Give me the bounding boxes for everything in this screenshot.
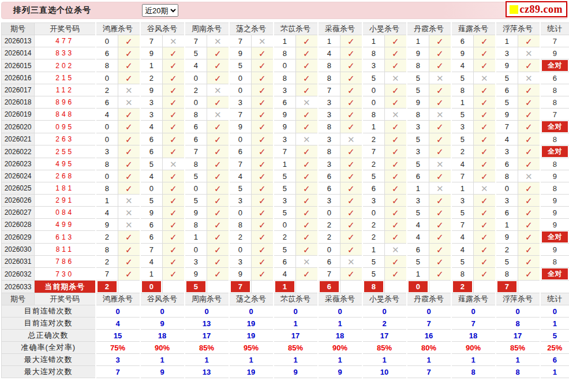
table-row: 20260134770✓7✕7✕7✕1✓1✓1✓1✓6✓1✓7 bbox=[2, 35, 569, 47]
kill-number-cell: 9 bbox=[140, 207, 163, 219]
kill-number-cell: 0 bbox=[229, 133, 252, 145]
summary-label: 总正确次数 bbox=[2, 330, 96, 342]
column-header: 采薇杀号 bbox=[318, 23, 362, 35]
column-header: 鸿雁杀号 bbox=[96, 23, 140, 35]
check-icon: ✓ bbox=[518, 35, 540, 47]
kill-number-cell: 3 bbox=[496, 145, 518, 158]
cross-icon: ✕ bbox=[252, 35, 274, 47]
period-cell: 2026027 bbox=[2, 207, 35, 219]
kill-number-cell: 7 bbox=[185, 145, 207, 158]
check-icon: ✓ bbox=[474, 121, 496, 133]
summary-value: 10 bbox=[362, 366, 407, 378]
check-icon: ✓ bbox=[207, 133, 229, 145]
summary-value: 1 bbox=[274, 354, 318, 366]
check-icon: ✓ bbox=[252, 72, 274, 84]
kill-number-cell: 0 bbox=[229, 84, 252, 96]
winning-number: 499 bbox=[35, 219, 96, 231]
check-icon: ✓ bbox=[163, 182, 185, 195]
check-icon: ✓ bbox=[385, 84, 407, 96]
stat-cell: 8 bbox=[540, 84, 569, 96]
check-icon: ✓ bbox=[296, 207, 318, 219]
check-icon: ✓ bbox=[340, 170, 362, 182]
check-icon: ✓ bbox=[474, 268, 496, 281]
kill-number-cell: 8 bbox=[496, 268, 518, 281]
summary-value: 0 bbox=[362, 305, 407, 318]
kill-number-cell: 0 bbox=[229, 244, 252, 256]
check-icon: ✓ bbox=[207, 182, 229, 195]
check-icon: ✓ bbox=[118, 182, 140, 195]
all-correct-badge: 全对 bbox=[542, 232, 568, 242]
kill-number-cell: 6 bbox=[140, 231, 163, 244]
kill-number-cell: 5 bbox=[140, 195, 163, 207]
table-row: 20260188966✕3✓0✓3✓6✕3✓0✓9✓1✓5✓8 bbox=[2, 96, 569, 109]
kill-number-cell: 5 bbox=[407, 207, 429, 219]
kill-number-cell: 5 bbox=[229, 182, 252, 195]
period-cell: 2026022 bbox=[2, 145, 35, 158]
check-icon: ✓ bbox=[207, 170, 229, 182]
table-row: 20260327307✓1✓9✓9✓4✓7✓5✓1✓8✓8✓全对 bbox=[2, 268, 569, 281]
current-kill-cell: 1 bbox=[274, 281, 296, 293]
empty-cell bbox=[340, 281, 362, 293]
kill-number-cell: 3 bbox=[362, 195, 385, 207]
stat-cell: 6 bbox=[540, 72, 569, 84]
check-icon: ✓ bbox=[207, 219, 229, 231]
column-header: 谷风杀号 bbox=[140, 293, 185, 305]
kill-number-cell: 8 bbox=[318, 145, 340, 158]
kill-number-cell: 5 bbox=[407, 72, 429, 84]
summary-value: 19 bbox=[229, 330, 274, 342]
column-header: 浮萍杀号 bbox=[496, 293, 540, 305]
kill-number-cell: 6 bbox=[318, 170, 340, 182]
summary-value: 6 bbox=[540, 354, 569, 366]
check-icon: ✓ bbox=[163, 59, 185, 72]
check-icon: ✓ bbox=[163, 219, 185, 231]
kill-number-cell: 4 bbox=[96, 109, 118, 121]
summary-value: 85% bbox=[496, 342, 540, 354]
check-icon: ✓ bbox=[163, 47, 185, 59]
summary-value: 1 bbox=[318, 354, 362, 366]
kill-number-cell: 8 bbox=[274, 72, 296, 84]
kill-number-cell: 8 bbox=[407, 109, 429, 121]
kill-number-cell: 7 bbox=[229, 35, 252, 47]
kill-number-cell: 5 bbox=[407, 133, 429, 145]
cross-icon: ✕ bbox=[296, 133, 318, 145]
kill-number-cell: 2 bbox=[451, 145, 474, 158]
period-cell: 2026024 bbox=[2, 170, 35, 182]
check-icon: ✓ bbox=[474, 145, 496, 158]
period-cell: 2026021 bbox=[2, 133, 35, 145]
kill-number-cell: 7 bbox=[451, 170, 474, 182]
column-header: 浮萍杀号 bbox=[496, 23, 540, 35]
period-range-select[interactable]: 近20期 bbox=[142, 4, 178, 17]
summary-value: 1 bbox=[496, 354, 540, 366]
summary-value: 90% bbox=[140, 342, 185, 354]
check-icon: ✓ bbox=[429, 121, 451, 133]
summary-value: 25% bbox=[540, 342, 569, 354]
kill-number-cell: 3 bbox=[496, 195, 518, 207]
check-icon: ✓ bbox=[518, 121, 540, 133]
summary-value: 9 bbox=[318, 366, 362, 378]
column-header: 开奖号码 bbox=[35, 23, 96, 35]
kill-number-cell: 6 bbox=[274, 256, 296, 268]
check-icon: ✓ bbox=[118, 72, 140, 84]
check-icon: ✓ bbox=[518, 182, 540, 195]
summary-value: 8 bbox=[451, 366, 496, 378]
check-icon: ✓ bbox=[474, 158, 496, 170]
check-icon: ✓ bbox=[429, 231, 451, 244]
check-icon: ✓ bbox=[385, 59, 407, 72]
kill-number-cell: 5 bbox=[274, 207, 296, 219]
kill-number-cell: 5 bbox=[496, 96, 518, 109]
table-row: 20260251818✓0✓0✓5✓5✓6✓6✓1✕1✕0✓8 bbox=[2, 182, 569, 195]
page-title: 排列三直选个位杀号 bbox=[13, 5, 91, 16]
kill-number-cell: 8 bbox=[407, 59, 429, 72]
check-icon: ✓ bbox=[252, 170, 274, 182]
kill-number-cell: 8 bbox=[451, 84, 474, 96]
summary-value: 18 bbox=[451, 330, 496, 342]
kill-number-cell: 9 bbox=[229, 268, 252, 281]
kill-number-cell: 2 bbox=[362, 231, 385, 244]
kill-number-cell: 2 bbox=[229, 231, 252, 244]
column-header: 芣苡杀号 bbox=[274, 23, 318, 35]
check-icon: ✓ bbox=[385, 158, 407, 170]
check-icon: ✓ bbox=[474, 256, 496, 268]
kill-number-cell: 0 bbox=[496, 182, 518, 195]
summary-row: 目前连错次数00000000000 bbox=[2, 305, 569, 318]
kill-number-cell: 0 bbox=[362, 96, 385, 109]
